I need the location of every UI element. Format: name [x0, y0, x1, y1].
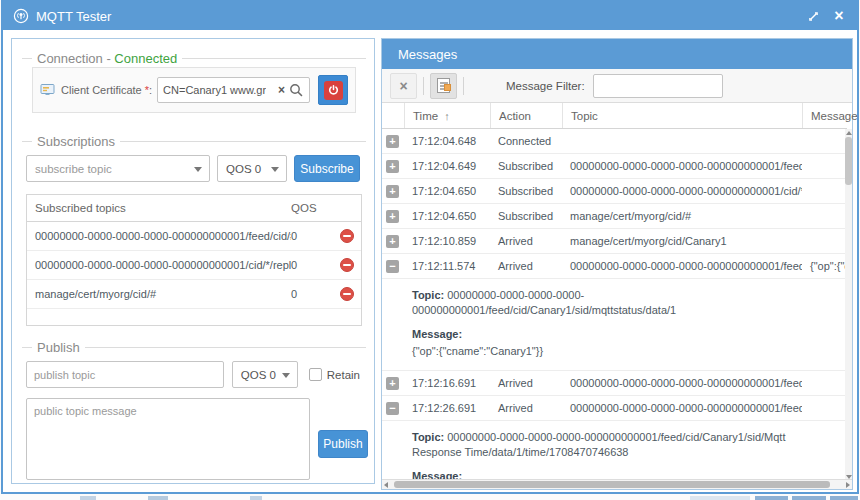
clear-messages-button[interactable]: ×: [390, 73, 417, 99]
message-body-cell: {"op":{"cn: [802, 260, 847, 272]
message-column-header[interactable]: Message: [802, 103, 858, 128]
subscribed-topic-cell: 00000000-0000-0000-0000-000000000001/cid…: [27, 259, 291, 271]
message-time-cell: 17:12:26.691: [404, 402, 490, 414]
expand-row-icon[interactable]: +: [386, 135, 399, 148]
messages-header: Messages: [382, 39, 852, 69]
collapse-row-icon[interactable]: −: [386, 260, 399, 273]
message-time-cell: 17:12:16.691: [404, 377, 490, 389]
message-time-cell: 17:12:04.648: [404, 135, 490, 147]
scroll-left-icon[interactable]: [384, 482, 388, 488]
horizontal-scroll-thumb[interactable]: [394, 481, 830, 488]
message-row[interactable]: − 17:12:26.691 Arrived 00000000-0000-000…: [382, 396, 847, 421]
publish-legend: Publish: [32, 340, 85, 355]
message-row[interactable]: + 17:12:10.859 Arrived manage/cert/myorg…: [382, 229, 847, 254]
subscribed-topic-cell: manage/cert/myorg/cid/#: [27, 288, 291, 300]
retain-label: Retain: [327, 369, 360, 381]
message-time-cell: 17:12:04.650: [404, 185, 490, 197]
remove-icon: [340, 229, 354, 243]
remove-icon: [340, 258, 354, 272]
messages-table-header: Time↑ Action Topic Message: [382, 103, 847, 129]
toolbar-separator: [463, 77, 464, 95]
detail-topic: Topic: 00000000-0000-0000-0000-000000000…: [412, 430, 833, 460]
message-action-cell: Subscribed: [490, 185, 562, 197]
message-detail: Topic: 00000000-0000-0000-0000-000000000…: [382, 279, 847, 371]
retain-checkbox-wrap[interactable]: Retain: [309, 368, 360, 381]
subscribed-topic-row: 00000000-0000-0000-0000-000000000001/fee…: [27, 222, 361, 251]
subscribe-qos-combo[interactable]: QOS 0: [217, 155, 287, 182]
subscribe-topic-combo[interactable]: subscribe topic: [26, 155, 210, 182]
message-topic-cell: 00000000-0000-0000-0000-000000000001/fee…: [562, 402, 802, 414]
scroll-right-icon[interactable]: [846, 482, 850, 488]
vertical-scrollbar[interactable]: [845, 129, 852, 481]
subscribe-button[interactable]: Subscribe: [294, 155, 360, 182]
topic-column-header[interactable]: Topic: [562, 103, 802, 128]
client-certificate-field: ×: [157, 77, 310, 103]
expand-row-icon[interactable]: +: [386, 235, 399, 248]
expand-row-icon[interactable]: +: [386, 377, 399, 390]
disconnect-button[interactable]: [318, 75, 348, 105]
subscribed-qos-cell: 0: [291, 288, 333, 300]
broadcast-icon: [13, 8, 29, 24]
vertical-scroll-thumb[interactable]: [845, 137, 852, 185]
publish-topic-input[interactable]: [26, 361, 224, 388]
collapse-row-icon[interactable]: −: [386, 402, 399, 415]
message-topic-cell: manage/cert/myorg/cid/Canary1: [562, 235, 802, 247]
expand-window-icon[interactable]: [805, 8, 821, 24]
retain-checkbox[interactable]: [309, 368, 322, 381]
subscribed-qos-cell: 0: [291, 230, 333, 242]
message-row[interactable]: − 17:12:11.574 Arrived 00000000-0000-000…: [382, 254, 847, 279]
chevron-down-icon: [194, 167, 202, 172]
subscriptions-fieldset: Subscriptions: [22, 141, 366, 142]
message-row[interactable]: + 17:12:04.650 Subscribed 00000000-0000-…: [382, 179, 847, 204]
client-certificate-row: Client Certificate *: ×: [32, 67, 356, 113]
subscribed-topics-header: Subscribed topics QOS: [27, 195, 361, 222]
search-icon[interactable]: [288, 82, 304, 98]
close-window-icon[interactable]: ×: [831, 8, 847, 24]
power-icon: [324, 81, 343, 100]
window-title: MQTT Tester: [36, 9, 111, 24]
message-topic-cell: manage/cert/myorg/cid/#: [562, 210, 802, 222]
client-certificate-input[interactable]: [163, 78, 266, 102]
message-time-cell: 17:12:04.650: [404, 210, 490, 222]
sort-ascending-icon: ↑: [444, 110, 450, 122]
publish-qos-combo[interactable]: QOS 0: [232, 361, 298, 388]
message-row[interactable]: + 17:12:16.691 Arrived 00000000-0000-000…: [382, 371, 847, 396]
message-action-cell: Connected: [490, 135, 562, 147]
connection-fieldset: Connection - Connected: [22, 58, 366, 59]
message-topic-cell: 00000000-0000-0000-0000-000000000001/fee…: [562, 377, 802, 389]
expand-row-icon[interactable]: +: [386, 210, 399, 223]
message-topic-cell: 00000000-0000-0000-0000-000000000001/cid…: [562, 185, 802, 197]
mqtt-tester-window: MQTT Tester × Connection - Connected: [1, 0, 859, 494]
client-certificate-label: Client Certificate *:: [61, 84, 152, 96]
log-document-icon: [437, 78, 450, 93]
messages-toolbar: × Message Filter:: [382, 69, 852, 103]
publish-button[interactable]: Publish: [318, 430, 368, 458]
message-row[interactable]: + 17:12:04.650 Subscribed manage/cert/my…: [382, 204, 847, 229]
scroll-up-icon[interactable]: [846, 131, 852, 135]
message-filter-input[interactable]: [593, 74, 723, 98]
unsubscribe-button[interactable]: [333, 229, 361, 243]
publish-message-textarea[interactable]: [26, 398, 310, 480]
message-filter-label: Message Filter:: [506, 80, 585, 92]
chevron-down-icon: [271, 167, 279, 172]
log-messages-button[interactable]: [430, 73, 457, 99]
expand-row-icon[interactable]: +: [386, 185, 399, 198]
message-action-cell: Arrived: [490, 377, 562, 389]
subscribed-topics-body: 00000000-0000-0000-0000-000000000001/fee…: [27, 222, 361, 309]
expand-row-icon[interactable]: +: [386, 160, 399, 173]
message-action-cell: Subscribed: [490, 210, 562, 222]
subscribed-topics-table: Subscribed topics QOS 00000000-0000-0000…: [26, 194, 362, 326]
message-row[interactable]: + 17:12:04.648 Connected: [382, 129, 847, 154]
publish-controls: QOS 0 Retain: [26, 361, 360, 388]
action-column-header[interactable]: Action: [490, 103, 562, 128]
message-row[interactable]: + 17:12:04.649 Subscribed 00000000-0000-…: [382, 154, 847, 179]
time-column-header[interactable]: Time↑: [404, 103, 490, 128]
unsubscribe-button[interactable]: [333, 258, 361, 272]
unsubscribe-button[interactable]: [333, 287, 361, 301]
detail-topic: Topic: 00000000-0000-0000-0000-000000000…: [412, 288, 833, 318]
publish-fieldset: Publish: [22, 347, 366, 348]
remove-icon: [340, 287, 354, 301]
horizontal-scrollbar[interactable]: [382, 479, 852, 489]
clear-field-icon[interactable]: ×: [278, 82, 285, 98]
subscribed-topic-row: 00000000-0000-0000-0000-000000000001/cid…: [27, 251, 361, 280]
